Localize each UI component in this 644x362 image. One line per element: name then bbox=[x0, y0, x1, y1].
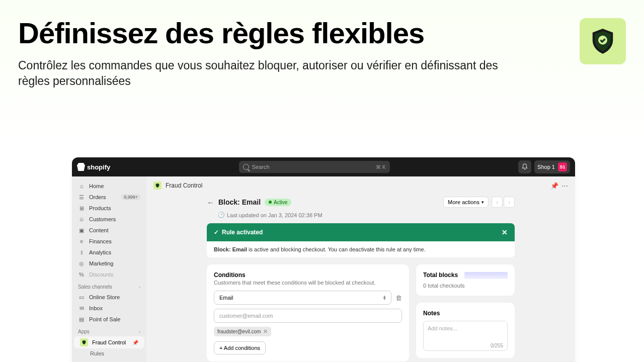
topbar: shopify Search ⌘ K Shop 1 S1 bbox=[72, 157, 575, 176]
sidebar-item-customers[interactable]: ☺Customers bbox=[72, 214, 146, 225]
chevron-right-icon: › bbox=[139, 329, 140, 334]
brand-text: shopify bbox=[87, 163, 110, 171]
sidebar-item-home[interactable]: ⌂Home bbox=[72, 180, 146, 192]
nav-icon: ▣ bbox=[78, 227, 85, 234]
nav-label: Customers bbox=[89, 216, 116, 222]
app-label: Fraud Control bbox=[92, 339, 126, 345]
next-button[interactable]: › bbox=[504, 197, 515, 208]
back-button[interactable]: ← bbox=[207, 198, 214, 207]
sidebar-item-content[interactable]: ▣Content bbox=[72, 225, 146, 236]
app-window: shopify Search ⌘ K Shop 1 S1 ⌂Home☰Order… bbox=[72, 157, 575, 362]
search-placeholder: Search bbox=[252, 164, 270, 170]
sidebar-item-analytics[interactable]: ⫴Analytics bbox=[72, 247, 146, 258]
clock-icon: 🕒 bbox=[218, 212, 225, 218]
hero-subtitle: Contrôlez les commandes que vous souhait… bbox=[18, 58, 501, 89]
nav-label: Content bbox=[89, 227, 109, 233]
nav-icon: % bbox=[78, 271, 85, 278]
sidebar-item-discounts[interactable]: %Discounts bbox=[72, 269, 146, 280]
conditions-card: Conditions Customers that meet these con… bbox=[207, 264, 409, 361]
search-icon bbox=[243, 164, 249, 170]
nav-icon: ☰ bbox=[78, 194, 85, 201]
banner-body: Block: Email is active and blocking chec… bbox=[207, 241, 515, 257]
total-blocks-card: Total blocks 0 total checkouts bbox=[416, 264, 515, 296]
timestamp: 🕒 Last updated on Jan 3, 2024 02:38 PM bbox=[218, 212, 515, 218]
sidebar-item-finances[interactable]: ≡Finances bbox=[72, 236, 146, 247]
sidebar-channel-online-store[interactable]: ▭Online Store bbox=[72, 292, 146, 303]
page-title: Block: Email bbox=[218, 198, 261, 206]
sparkline-chart bbox=[464, 272, 508, 279]
prev-button[interactable]: ‹ bbox=[492, 197, 503, 208]
nav-icon: ≡ bbox=[78, 238, 85, 245]
shield-icon bbox=[153, 182, 162, 190]
condition-field-select[interactable]: Email ▴▾ bbox=[214, 291, 391, 305]
sidebar-app-rules[interactable]: Rules bbox=[72, 348, 146, 358]
nav-label: Online Store bbox=[89, 294, 120, 300]
nav-icon: ◎ bbox=[78, 260, 85, 267]
pin-icon[interactable]: 📌 bbox=[132, 340, 138, 345]
sidebar-item-products[interactable]: ⊞Products bbox=[72, 203, 146, 214]
sidebar-item-marketing[interactable]: ◎Marketing bbox=[72, 258, 146, 269]
search-kbd: ⌘ K bbox=[376, 164, 385, 170]
tag-label: fraudster@evil.com bbox=[217, 329, 261, 334]
add-conditions-button[interactable]: + Add conditions bbox=[214, 341, 266, 354]
notifications-button[interactable] bbox=[518, 160, 531, 173]
pin-icon[interactable]: 📌 bbox=[550, 182, 558, 190]
badge-count: 9,999+ bbox=[121, 194, 140, 200]
search-input[interactable]: Search ⌘ K bbox=[239, 161, 390, 173]
notes-placeholder: Add notes... bbox=[428, 325, 457, 331]
shield-icon bbox=[80, 338, 88, 346]
sidebar-item-orders[interactable]: ☰Orders9,999+ bbox=[72, 192, 146, 203]
nav-label: Home bbox=[89, 183, 104, 189]
nav-icon: ▭ bbox=[78, 294, 85, 301]
nav-label: Orders bbox=[89, 194, 106, 200]
nav-label: Finances bbox=[89, 238, 112, 244]
conditions-subtitle: Customers that meet these conditions wil… bbox=[214, 280, 402, 286]
apps-label: Apps bbox=[78, 329, 90, 334]
channels-section[interactable]: Sales channels › bbox=[72, 280, 146, 292]
nav-label: Inbox bbox=[89, 305, 103, 311]
nav-label: Products bbox=[89, 205, 111, 211]
notes-title: Notes bbox=[423, 310, 508, 317]
channels-label: Sales channels bbox=[78, 284, 112, 290]
more-icon[interactable]: ⋯ bbox=[561, 182, 568, 190]
nav-icon: ⌂ bbox=[78, 183, 85, 190]
nav-label: Point of Sale bbox=[89, 316, 120, 322]
notes-card: Notes Add notes... 0/255 bbox=[416, 303, 515, 358]
conditions-title: Conditions bbox=[214, 272, 402, 279]
sidebar-channel-inbox[interactable]: ✉Inbox bbox=[72, 303, 146, 314]
avatar: S1 bbox=[558, 162, 567, 171]
banner-title: Rule activated bbox=[222, 229, 263, 236]
more-actions-button[interactable]: More actions ▾ bbox=[443, 197, 489, 208]
delete-condition-button[interactable]: 🗑 bbox=[395, 294, 402, 302]
shopify-logo[interactable]: shopify bbox=[77, 163, 110, 171]
shopify-glyph-icon bbox=[77, 163, 85, 171]
total-blocks-value: 0 total checkouts bbox=[423, 283, 508, 289]
chevron-right-icon: › bbox=[139, 285, 140, 290]
remove-tag-button[interactable]: ✕ bbox=[263, 328, 268, 335]
select-arrows-icon: ▴▾ bbox=[383, 295, 386, 301]
hero-badge-icon bbox=[580, 18, 626, 64]
email-tag: fraudster@evil.com ✕ bbox=[214, 327, 271, 336]
total-blocks-title: Total blocks bbox=[423, 272, 458, 279]
app-header: Fraud Control 📌 ⋯ bbox=[146, 176, 575, 195]
apps-section[interactable]: Apps › bbox=[72, 325, 146, 336]
sidebar-channel-point-of-sale[interactable]: ▤Point of Sale bbox=[72, 314, 146, 325]
email-input[interactable]: customer@email.com bbox=[214, 309, 402, 323]
app-header-title: Fraud Control bbox=[166, 182, 202, 189]
nav-icon: ⫴ bbox=[78, 249, 85, 256]
main-content: Fraud Control 📌 ⋯ ← Block: Email Active … bbox=[146, 176, 575, 362]
close-icon[interactable]: ✕ bbox=[502, 228, 508, 236]
shop-switcher[interactable]: Shop 1 S1 bbox=[534, 160, 570, 173]
nav-label: Marketing bbox=[89, 260, 113, 266]
sidebar-app-fraud-control[interactable]: Fraud Control 📌 bbox=[74, 336, 144, 348]
notes-textarea[interactable]: Add notes... 0/255 bbox=[423, 321, 508, 351]
shop-label: Shop 1 bbox=[537, 164, 555, 170]
more-actions-label: More actions bbox=[448, 199, 479, 205]
nav-icon: ▤ bbox=[78, 316, 85, 323]
sidebar: ⌂Home☰Orders9,999+⊞Products☺Customers▣Co… bbox=[72, 176, 146, 362]
check-icon: ✓ bbox=[214, 229, 219, 236]
char-counter: 0/255 bbox=[491, 343, 503, 348]
nav-icon: ✉ bbox=[78, 305, 85, 312]
chevron-down-icon: ▾ bbox=[481, 200, 484, 205]
nav-label: Analytics bbox=[89, 249, 111, 255]
